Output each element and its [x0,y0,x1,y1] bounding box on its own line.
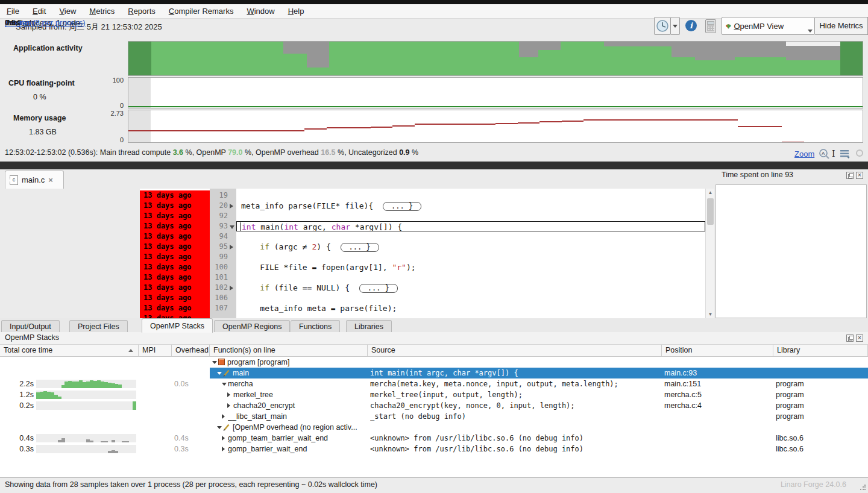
function-label: chacha20_encrypt [233,400,366,411]
tab-input-output[interactable]: Input/Output [1,320,60,333]
info-icon[interactable]: i [685,20,697,31]
table-row[interactable]: [OpenMP overhead (no region activ... [0,422,868,433]
total-core-time-value: 2.2s [0,378,34,389]
code-line[interactable] [236,211,705,221]
expander-open-icon[interactable] [217,426,222,429]
source-editor[interactable]: 13 days ago13 days ago13 days ago13 days… [0,189,714,318]
close-panel-icon[interactable]: × [856,334,863,342]
tab-project-files[interactable]: Project Files [69,320,128,333]
table-row[interactable]: mainint main(int argc, char *argv[]) {ma… [0,368,868,378]
tab-openmp-regions[interactable]: OpenMP Regions [214,320,290,333]
fold-closed-icon[interactable] [230,201,235,211]
table-row[interactable]: 1.2smerkel_treemerkel_tree(input, output… [0,389,868,400]
code-line[interactable]: FILE *file = fopen(argv[1], "r"); [236,262,705,272]
tab-functions[interactable]: Functions [291,320,340,333]
tab-main-c[interactable]: c main.c × [5,171,64,189]
code-line[interactable]: if (file == NULL) { ... } [236,283,705,293]
code-line[interactable] [236,190,705,201]
expander-open-icon[interactable] [222,383,227,386]
column-header-mpi[interactable]: MPI [139,345,172,356]
hide-metrics-button[interactable]: Hide Metrics [815,17,868,35]
code-line[interactable] [236,293,705,303]
code-token: ) { [316,242,335,251]
column-header-function-s-on-line[interactable]: Function(s) on line [210,345,368,356]
tab-openmp-stacks[interactable]: OpenMP Stacks [142,318,213,333]
menu-item-reports[interactable]: Reports [121,4,162,18]
resize-grip[interactable] [860,485,866,491]
table-row[interactable]: 0.3s0.3sgomp_barrier_wait_end<unknown> f… [0,444,868,454]
column-header-source[interactable]: Source [368,345,662,356]
code-line[interactable]: meta_info meta = parse(file); [236,303,705,313]
code-line[interactable] [236,231,705,242]
column-header-overhead[interactable]: Overhead [172,345,210,356]
fold-open-icon[interactable] [230,221,235,231]
metric-list-icon[interactable] [840,149,851,159]
expander-closed-icon[interactable] [222,436,225,441]
table-row[interactable]: __libc_start_main_start (no debug info)p… [0,411,868,422]
float-panel-icon[interactable] [846,334,854,342]
menu-item-metrics[interactable]: Metrics [83,4,121,18]
code-line[interactable] [236,272,705,283]
scrollbar-thumb[interactable] [707,198,714,225]
menu-item-compiler-remarks[interactable]: Compiler Remarks [162,4,241,18]
code-token: int [284,222,298,231]
menu-item-edit[interactable]: Edit [26,4,52,18]
column-header-total-core-time[interactable]: Total core time [0,345,139,356]
table-row[interactable]: program [program] [0,357,868,368]
memory-step-segment [327,127,371,128]
function-icon [223,424,230,431]
code-line[interactable]: if (argc ≠ 2) { ... } [236,242,705,252]
float-panel-icon[interactable] [846,172,854,179]
zoom-link[interactable]: Zoom [794,149,814,159]
fold-closed-icon[interactable] [230,283,235,293]
scroll-up-icon[interactable]: ▲ [707,189,714,196]
memory-step-segment [738,126,782,127]
scroll-down-icon[interactable]: ▼ [707,311,714,318]
tab-libraries[interactable]: Libraries [346,320,392,333]
metric-search-icon[interactable]: A [819,148,831,160]
activity-segment [128,42,151,75]
table-row[interactable]: 0.4s0.4sgomp_team_barrier_wait_end<unkno… [0,433,868,444]
activity-overhead-band [786,46,840,60]
code-area[interactable]: meta_info parse(FILE* file){ ... }int ma… [236,189,705,318]
function-label: mercha [228,378,366,389]
code-line[interactable]: meta_info parse(FILE* file){ ... } [236,201,705,211]
code-line[interactable] [236,252,705,262]
expander-open-icon[interactable] [217,372,222,375]
memory-axis-max: 2.73 [105,110,124,117]
activity-segment [671,42,695,75]
activity-segment [283,42,307,75]
cpu-floating-point-chart[interactable] [128,77,863,108]
calculator-icon[interactable] [705,19,716,33]
horizontal-splitter[interactable] [0,162,868,169]
table-row[interactable]: 2.2s0.0smerchamercha(meta.key, meta.nonc… [0,378,868,389]
status-text: Showing data from 28 samples taken over … [5,480,377,489]
menu-item-window[interactable]: Window [240,4,281,18]
expander-closed-icon[interactable] [222,414,225,419]
application-activity-chart[interactable] [128,41,863,76]
total-core-time-histogram [36,401,136,410]
reset-zoom-icon[interactable] [856,149,863,157]
fold-closed-icon[interactable] [230,242,235,252]
menu-item-help[interactable]: Help [281,4,311,18]
memory-usage-chart[interactable] [128,110,863,143]
expander-open-icon[interactable] [212,361,217,364]
total-core-time-histogram [36,391,136,399]
close-panel-icon[interactable]: × [856,172,863,179]
menu-item-file[interactable]: File [0,4,26,18]
menu-item-view[interactable]: View [52,4,83,18]
expander-closed-icon[interactable] [227,403,230,408]
code-line[interactable]: int main(int argc, char *argv[]) { [236,221,705,231]
editor-scrollbar[interactable]: ▲ ▼ [705,189,714,318]
column-header-position[interactable]: Position [662,345,773,356]
expander-closed-icon[interactable] [222,447,225,451]
function-label: [OpenMP overhead (no region activ... [233,422,366,433]
tab-close-icon[interactable]: × [48,176,53,184]
time-display-dropdown[interactable] [670,17,680,35]
expander-closed-icon[interactable] [227,392,230,397]
table-row[interactable]: 0.2schacha20_encryptchacha20_encrypt(key… [0,400,868,411]
view-mode-select[interactable]: ♥ ♥ OpenMP View [722,17,815,35]
column-header-library[interactable]: Library [773,345,868,356]
no-sample-region [128,78,151,108]
time-display-button[interactable] [654,17,671,35]
